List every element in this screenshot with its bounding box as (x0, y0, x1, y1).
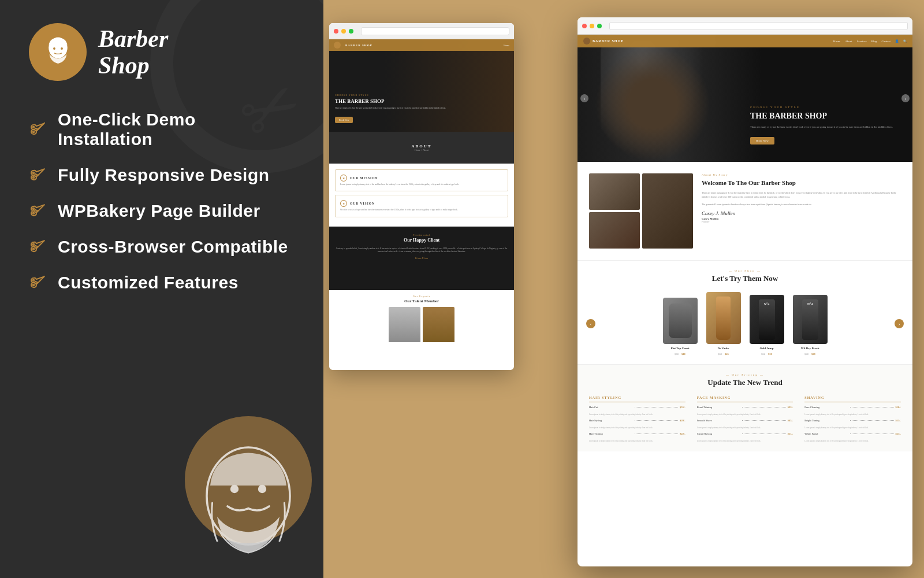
pricing-face-clean: Face Cleaning $10/- (804, 406, 901, 409)
barber-logo-icon (39, 34, 77, 71)
team-title: Our Talent Member (334, 299, 509, 303)
front-nav-links: Home About Services Blog Contact 👤 🔍 (833, 39, 907, 43)
team-photos (334, 307, 509, 342)
front-book-btn[interactable]: Book Now (750, 137, 774, 144)
back-nav-brand: BARBER SHOP (345, 44, 372, 47)
feature-text-wpbakery: WPBakery Page Builder (58, 201, 260, 221)
logo-text-barber: Barber (98, 25, 168, 52)
product-old-price-3: $40 (804, 353, 808, 355)
product-name-0: Flat Top Comb (670, 347, 689, 350)
front-close-dot (582, 24, 587, 28)
back-nav-home: Home (504, 44, 509, 47)
white-facial-dots (850, 433, 894, 434)
about-img-2 (642, 173, 693, 249)
feature-item-wpbakery: WPBakery Page Builder (29, 201, 295, 221)
about-body-1: There are many passages of It, but the m… (702, 191, 901, 199)
back-testimonial: Testimonial Our Happy Client Contrary to… (329, 227, 514, 290)
pricing-smooth-shave: Smooth Shave $45/- (697, 419, 793, 422)
product-item-3: N°4 N°4 Dry Brush $40 $28 (793, 295, 828, 355)
hair-style-dots (635, 420, 679, 421)
product-img-bottle2: N°4 (750, 295, 784, 344)
nav-icon-user: 👤 (895, 39, 899, 43)
product-item-2: N°4 Gold Jump $52 $30 (750, 295, 784, 355)
shop-prev-arrow[interactable]: ‹ (586, 319, 595, 328)
front-url-bar (609, 22, 908, 30)
pricing-hair-trim: Hair Triming $22/- (589, 432, 685, 435)
product-old-price-0: $60 (675, 353, 679, 355)
nav-link-blog[interactable]: Blog (871, 40, 877, 43)
pricing-col-face: FACE MASKING Beard Triming $32/- Lorem i… (697, 396, 793, 443)
pricing-label: Our Pricing (589, 373, 901, 376)
back-book-btn[interactable]: Book Now (335, 117, 353, 123)
hero-prev-arrow[interactable]: ‹ (580, 94, 588, 102)
shop-next-arrow[interactable]: › (895, 319, 904, 328)
testimonial-text: Contrary to popular belief, 'is not simp… (335, 247, 508, 254)
product-item-0: Flat Top Comb $60 $40 (663, 298, 698, 355)
nav-link-contact[interactable]: Contact (881, 40, 891, 43)
features-list: One-Click Demo Installation Fully Respon… (29, 110, 295, 292)
back-hero-section: BARBER SHOP Home CHOOSE YOUR STYLE THE B… (329, 39, 514, 132)
hair-col-title: HAIR STYLING (589, 396, 685, 402)
clean-shave-price: $51/- (788, 432, 793, 435)
hero-next-arrow[interactable]: › (901, 94, 910, 102)
beard-trim-price: $32/- (788, 406, 793, 409)
back-hero-title: THE BARBER SHOP (335, 98, 508, 105)
back-hero-desc: There are many of it, but the have words… (335, 107, 508, 110)
nav-link-home[interactable]: Home (833, 40, 840, 43)
back-hero-content: CHOOSE YOUR STYLE THE BARBER SHOP There … (335, 94, 508, 123)
nav-icon-search[interactable]: 🔍 (903, 39, 907, 43)
testimonial-title: Our Happy Client (335, 238, 508, 243)
white-facial-desc: Lorem ipsum is simply dummy text of the … (804, 440, 901, 442)
front-hero: BARBER SHOP Home About Services Blog Con… (578, 35, 912, 162)
nav-link-about[interactable]: About (845, 40, 852, 43)
feature-item-custom: Customized Features (29, 273, 295, 292)
browser-front: BARBER SHOP Home About Services Blog Con… (578, 17, 912, 566)
back-nav-links: Home (504, 44, 509, 47)
product-new-price-1: $45 (725, 353, 729, 355)
url-bar (361, 27, 509, 35)
white-facial-price: $51/- (896, 432, 901, 435)
mission-header: OUR MISSION (340, 175, 503, 181)
face-clean-name: Face Cleaning (804, 406, 848, 409)
front-max-dot (597, 24, 602, 28)
feature-text-browser: Cross-Browser Compatible (58, 237, 288, 257)
vision-icon (340, 200, 347, 207)
product-name-1: De Vader (718, 347, 729, 350)
product-img-shaver (663, 298, 698, 344)
product-new-price-0: $40 (681, 353, 685, 355)
browser-back-bar (329, 23, 514, 39)
nav-link-services[interactable]: Services (857, 40, 867, 43)
front-shop: Our Shop Let's Try Them Now ‹ Flat Top C… (578, 260, 912, 364)
clean-shave-dots (742, 433, 786, 434)
hair-cut-name: Hair Cut (589, 406, 633, 409)
pricing-beard-trim: Beard Triming $32/- (697, 406, 793, 409)
product-price-row-0: $60 $40 (675, 353, 685, 355)
face-clean-dots (850, 407, 894, 407)
hero-person-bg (578, 35, 762, 162)
white-facial-name: White Facial (804, 432, 848, 435)
front-nav-brand: BARBER SHOP (593, 39, 624, 43)
mission-text: Lorem ipsum is simply dummy text of the … (340, 183, 503, 186)
logo-area: Barber Shop (29, 23, 295, 81)
front-nav-logo: BARBER SHOP (583, 38, 624, 45)
left-panel: ✂ Barber Shop (0, 0, 323, 578)
team-photo-1 (389, 307, 420, 342)
bright-tune-price: $13/- (896, 419, 901, 422)
hair-cut-desc: Lorem ipsum is simply dummy text of the … (589, 413, 685, 416)
scissors-icon-5 (29, 273, 47, 292)
svg-point-2 (61, 47, 63, 50)
logo-circle (29, 23, 87, 81)
smooth-shave-name: Smooth Shave (697, 419, 741, 422)
smooth-shave-desc: Lorem ipsum is simply dummy text of the … (697, 427, 793, 429)
product-old-price-1: $60 (718, 353, 722, 355)
beard-trim-dots (742, 407, 786, 407)
feature-text-responsive: Fully Responsive Design (58, 165, 270, 185)
product-old-price-2: $52 (761, 353, 765, 355)
feature-text-custom: Customized Features (58, 273, 239, 292)
pricing-bright-tune: Bright Tuning $13/- (804, 419, 901, 422)
shop-label: Our Shop (589, 269, 901, 272)
smooth-shave-dots (742, 420, 786, 421)
product-new-price-2: $30 (768, 353, 772, 355)
pricing-cols: HAIR STYLING Hair Cut $55/- Lorem ipsum … (589, 396, 901, 443)
hair-trim-desc: Lorem ipsum is simply dummy text of the … (589, 440, 685, 442)
